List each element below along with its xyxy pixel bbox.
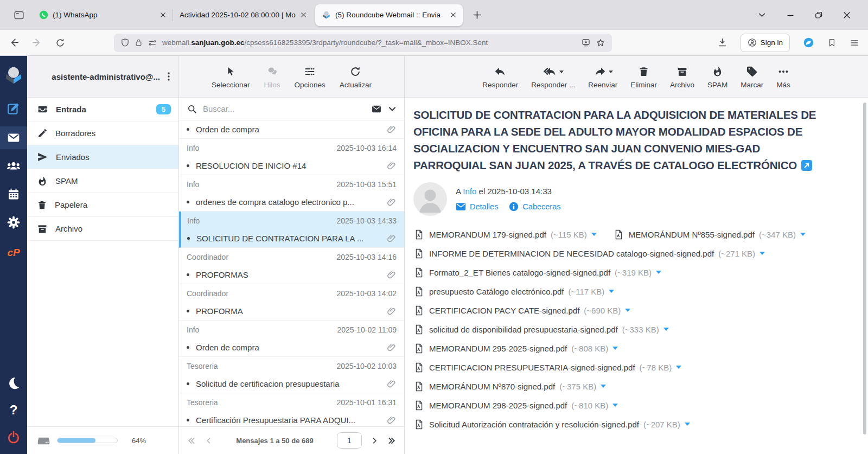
attachment-menu-caret[interactable] [685,423,690,429]
attachment-menu-caret[interactable] [656,271,661,277]
reload-icon[interactable] [55,38,65,48]
reply-all-button[interactable]: Responder ... [531,65,575,89]
select-button[interactable]: Seleccionar [212,65,250,89]
attachment-menu-caret[interactable] [612,404,618,410]
rail-calendar-button[interactable] [0,183,27,206]
attachment-menu-caret[interactable] [591,233,597,239]
tab-close-icon[interactable] [160,12,166,18]
lock-icon[interactable] [135,38,143,47]
help-button[interactable]: ? [0,399,27,421]
reading-pane-scrollbar[interactable] [863,103,866,434]
threads-button[interactable]: Hilos [264,65,280,89]
close-window-icon[interactable] [843,11,851,19]
attachment[interactable]: presupuesto Catálogo electrónico.pdf(~11… [413,286,614,297]
delete-button[interactable]: Eliminar [630,65,657,89]
cpanel-link[interactable]: cP [0,241,27,264]
search-scope-mail-icon[interactable] [371,104,382,114]
firefox-view-icon[interactable] [10,6,28,24]
next-page-icon[interactable] [371,437,379,445]
attachment-menu-caret[interactable] [612,347,618,353]
message-list-item[interactable]: Info2025-10-03 16:14 RESOLUCION DE INICI… [179,139,404,175]
attachment[interactable]: CERTIFICACION PRESUPUESTARIA-signed-sign… [413,362,681,373]
bookmark-star-icon[interactable] [596,38,605,48]
tab-whatsapp[interactable]: (1) WhatsApp [33,4,173,26]
permissions-icon[interactable] [148,39,157,47]
reply-button[interactable]: Responder [482,65,518,89]
folder-drafts[interactable]: Borradores [27,122,178,145]
attachment-menu-caret[interactable] [663,328,669,334]
page-input[interactable] [337,432,362,449]
downloads-icon[interactable] [717,37,727,48]
attachment[interactable]: MEMORANDUM 298-2025-signed.pdf(~810 KB) [413,400,618,411]
message-list-item[interactable]: Orden de compra [179,120,404,139]
attachment[interactable]: solicitud de disponibilidad presupuestar… [413,324,669,335]
details-link[interactable]: Detalles [456,202,498,211]
spam-button[interactable]: SPAM [707,65,727,89]
message-list-item-selected[interactable]: Info2025-10-03 14:33 SOLICITUD DE CONTRA… [179,212,404,248]
attachment-menu-caret[interactable] [625,309,630,315]
mark-button[interactable]: Marcar [741,65,763,89]
message-list-item[interactable]: Info2025-10-03 15:51 ordenes de compra c… [179,175,404,212]
attachment[interactable]: MEMORANDUM 179-signed.pdf(~115 KB) [413,229,597,240]
save-page-icon[interactable] [581,38,591,48]
compose-button[interactable] [0,97,27,120]
prev-page-icon[interactable] [205,437,213,445]
message-list-item[interactable]: Coordinador2025-10-03 14:02 PROFORMA [179,284,404,321]
attachment[interactable]: INFORME DE DETERMINACION DE NECESIDAD ca… [413,248,765,259]
attachment-menu-caret[interactable] [609,290,614,296]
search-options-chevron-icon[interactable] [388,105,397,113]
list-all-tabs-icon[interactable] [758,11,766,19]
archive-button[interactable]: Archivo [670,65,694,89]
folder-inbox[interactable]: Entrada 5 [27,98,178,122]
extension-icon[interactable] [803,37,814,48]
headers-link[interactable]: Cabeceras [509,202,560,212]
rail-settings-button[interactable] [0,211,27,234]
menu-icon[interactable] [850,38,859,48]
attachment-menu-caret[interactable] [760,252,765,258]
signin-button[interactable]: Sign in [741,34,790,52]
back-icon[interactable] [9,37,19,48]
attachment[interactable]: Formato_2_ET Bienes catalogo-signed-sign… [413,267,661,278]
options-button[interactable]: Opciones [295,65,326,89]
rail-mail-button[interactable] [0,126,27,149]
dark-mode-button[interactable] [0,372,27,394]
logout-button[interactable] [0,426,27,449]
new-tab-button[interactable] [468,7,486,24]
attachment[interactable]: MEMORÁNDUM Nº855-signed.pdf(~347 KB) [613,229,806,240]
reply-all-menu-caret[interactable] [559,71,564,75]
folder-spam[interactable]: SPAM [27,169,178,193]
restore-icon[interactable] [815,11,822,19]
attachment-menu-caret[interactable] [676,366,681,372]
webmail-logo[interactable] [0,61,27,89]
last-page-icon[interactable] [387,436,397,445]
url-bar[interactable]: webmail.sanjuan.gob.ec/cpsess6168253395/… [114,34,612,52]
attachment[interactable]: CERTIFICACION PACY CATE-signed.pdf(~690 … [413,305,630,316]
tab-close-icon[interactable] [450,12,456,18]
bookmark-flag-icon[interactable] [827,37,837,48]
external-link-icon[interactable] [801,158,812,169]
message-list-item[interactable]: Tesoreria2025-10-01 16:31 Certificación … [179,393,404,426]
attachment[interactable]: Solicitud Autorización contratación y re… [413,419,690,430]
first-page-icon[interactable] [187,436,196,445]
account-menu-icon[interactable] [164,72,173,81]
forward-icon[interactable] [32,37,42,48]
message-list-item[interactable]: Tesoreria2025-10-02 10:03 Solicitud de c… [179,357,404,393]
folder-archive[interactable]: Archivo [27,217,178,241]
shield-icon[interactable] [120,38,130,47]
attachment-menu-caret[interactable] [601,385,606,391]
search-input[interactable] [203,104,365,113]
recipient-link[interactable]: Info [463,187,476,196]
attachment-menu-caret[interactable] [800,233,806,239]
tab-actividad[interactable]: Actividad 2025-10-02 08:00:00 | Mo [173,4,313,26]
tab-close-icon[interactable] [301,12,307,18]
more-button[interactable]: Más [776,65,790,89]
attachment[interactable]: MEMORANDUM 295-2025-signed.pdf(~808 KB) [413,343,618,354]
tab-roundcube-active[interactable]: (5) Roundcube Webmail :: Envia [315,4,463,26]
attachment[interactable]: MEMORÁNDUM Nº870-signed.pdf(~375 KB) [413,381,606,392]
message-list-item[interactable]: Coordinador2025-10-03 14:16 PROFORMAS [179,248,404,284]
rail-contacts-button[interactable] [0,155,27,177]
forward-menu-caret[interactable] [609,71,613,75]
folder-sent[interactable]: Enviados [27,145,178,169]
minimize-icon[interactable] [787,11,794,19]
refresh-button[interactable]: Actualizar [340,65,372,89]
